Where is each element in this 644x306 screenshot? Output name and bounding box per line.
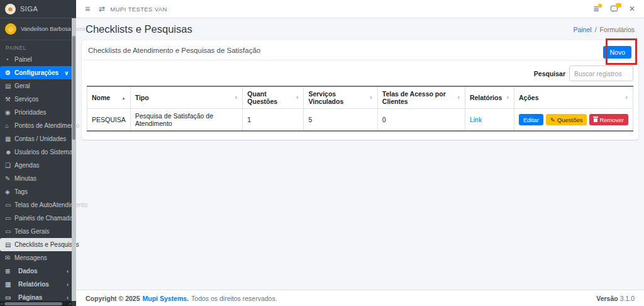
desktop-icon: ▭: [5, 201, 14, 208]
user-avatar: ☺: [5, 23, 16, 35]
cell-servicos-vinculados: 5: [304, 109, 377, 132]
column-header-servicos-vinculados[interactable]: Serviços Vinculados ▲▼: [304, 86, 377, 109]
edit-pencil-icon: ✎: [550, 116, 555, 123]
breadcrumb: Painel / Formulários: [573, 26, 635, 33]
card-body: Pesquisar Nome ▲ Tipo ▲▼: [82, 60, 638, 140]
list-icon: ▤: [5, 241, 14, 248]
scroll-right-arrow-icon[interactable]: ▸: [69, 302, 71, 305]
sidebar-item-configuracoes[interactable]: ⚙ Configurações ∨: [0, 66, 74, 79]
sidebar-item-relatorios[interactable]: ▥ Relatórios ‹: [0, 278, 74, 291]
footer: Copyright © 2025Mupi Systems.Todos os di…: [76, 290, 644, 306]
desktop-icon: ▭: [5, 215, 14, 222]
sidebar-item-contas-unidades[interactable]: ▦ Contas / Unidades: [0, 132, 74, 145]
info-circle-icon: ◉: [5, 109, 14, 116]
sort-icon: ▲▼: [621, 96, 628, 100]
column-header-tipo[interactable]: Tipo ▲▼: [130, 86, 243, 109]
content-header: Checklists e Pesquisas Painel / Formulár…: [76, 18, 644, 38]
breadcrumb-separator: /: [595, 26, 597, 33]
sidebar-section-label: PAINEL: [0, 40, 76, 53]
company-link[interactable]: Mupi Systems.: [143, 295, 189, 302]
sidebar-item-mensagens[interactable]: ✉ Mensagens: [0, 251, 74, 264]
sidebar-item-usuarios-do-sistema[interactable]: ☻ Usuários do Sistema: [0, 145, 74, 159]
page-title: Checklists e Pesquisas: [86, 23, 192, 35]
app-root: ☻ SIGA ☺ Vandeilson Barbosa ouza PAINEL …: [0, 0, 644, 306]
breadcrumb-link-painel[interactable]: Painel: [573, 26, 591, 33]
tachometer-icon: ◔: [5, 56, 14, 63]
sidebar-item-checklists-e-pesquisas[interactable]: ▤ Checklists e Pesquisas: [0, 238, 74, 251]
sidebar-item-agendas[interactable]: ❏ Agendas: [0, 159, 74, 172]
trash-icon: [594, 118, 597, 122]
editar-button[interactable]: Editar: [519, 114, 543, 125]
envelope-icon: ✉: [5, 254, 14, 261]
sidebar-item-servicos[interactable]: ⚒ Serviços: [0, 93, 74, 106]
search-input[interactable]: [569, 65, 633, 81]
version-text: Versão 3.1.0: [596, 295, 635, 302]
sidebar-item-prioridades[interactable]: ◉ Prioridades: [0, 106, 74, 119]
sidebar-item-painel[interactable]: ◔ Painel: [0, 53, 74, 66]
navbar-right-group: ≣ ✕: [593, 5, 635, 13]
comments-badge: [616, 3, 621, 8]
footer-copyright: Copyright © 2025Mupi Systems.Todos os di…: [86, 295, 277, 302]
chevron-left-icon: ‹: [67, 268, 69, 275]
edit-icon: ✎: [5, 175, 14, 182]
sidebar-item-dados[interactable]: ≣ Dados ‹: [0, 264, 74, 278]
print-icon: ▤: [5, 82, 14, 89]
scroll-left-arrow-icon[interactable]: ◂: [1, 302, 3, 305]
breadcrumb-current: Formulários: [600, 26, 635, 33]
relatorio-link[interactable]: Link: [470, 116, 482, 123]
remover-button[interactable]: Remover: [589, 114, 628, 125]
novo-button[interactable]: Novo: [603, 46, 631, 59]
sort-icon: ▲▼: [292, 96, 299, 100]
sidebar-vertical-scrollbar-thumb[interactable]: [72, 36, 75, 140]
cell-nome: PESQUISA: [87, 109, 131, 132]
column-header-relatorios[interactable]: Relatórios ▲▼: [465, 86, 514, 109]
hamburger-menu-icon[interactable]: ≡: [85, 4, 90, 13]
brand[interactable]: ☻ SIGA: [0, 0, 76, 18]
sort-icon: ▲▼: [231, 96, 238, 100]
column-header-acoes[interactable]: Ações ▲▼: [514, 86, 633, 109]
tag-icon: ◈: [5, 188, 14, 195]
sidebar-item-minutas[interactable]: ✎ Minutas: [0, 172, 74, 185]
column-header-quant-questoes[interactable]: Quant Questões ▲▼: [243, 86, 304, 109]
sidebar-horizontal-scrollbar-thumb[interactable]: [4, 302, 62, 305]
tasks-icon[interactable]: ≣: [593, 5, 599, 13]
switch-account-icon[interactable]: ⇄: [99, 5, 105, 13]
table-header-row: Nome ▲ Tipo ▲▼ Quant Questões ▲▼: [87, 86, 633, 109]
sidebar-item-paineis-de-chamada[interactable]: ▭ Painéis de Chamada: [0, 212, 74, 225]
questoes-button[interactable]: ✎ Questões: [546, 114, 587, 125]
expand-icon[interactable]: ✕: [629, 5, 635, 13]
sort-icon: ▲▼: [502, 96, 509, 100]
sidebar-nav: ◔ Painel ⚙ Configurações ∨ ▤ Geral ⚒ Ser…: [0, 53, 76, 304]
table-row: PESQUISA Pesquisa de Satisfação de Atend…: [87, 109, 633, 132]
card-header: Checklists de Atendimento e Pesquisas de…: [82, 40, 638, 60]
app-title: SIGA: [20, 5, 38, 13]
chevron-left-icon: ‹: [67, 281, 69, 288]
sidebar-item-telas-de-autoatendimento[interactable]: ▭ Telas de AutoAtendimento: [0, 198, 74, 212]
desktop-icon: ▭: [5, 294, 14, 301]
tasks-badge: [598, 4, 602, 8]
sitemap-icon: ▦: [5, 135, 14, 142]
sidebar-item-telas-gerais[interactable]: ▭ Telas Gerais: [0, 225, 74, 238]
chevron-left-icon: ‹: [67, 295, 69, 301]
sidebar-item-pontos-de-atendimento[interactable]: ⌂ Pontos de Atendimento: [0, 119, 74, 132]
comments-icon[interactable]: [611, 5, 618, 13]
sidebar-item-geral[interactable]: ▤ Geral: [0, 79, 74, 93]
database-icon: ≣: [5, 268, 14, 275]
card-title: Checklists de Atendimento e Pesquisas de…: [88, 47, 260, 54]
checklists-card: Checklists de Atendimento e Pesquisas de…: [82, 40, 638, 140]
row-actions: Editar ✎ Questões Remover: [519, 114, 628, 125]
desktop-icon: ▭: [5, 228, 14, 235]
search-row: Pesquisar: [87, 65, 633, 81]
sort-icon: ▲: [118, 96, 125, 99]
user-panel[interactable]: ☺ Vandeilson Barbosa ouza: [0, 18, 76, 40]
sort-icon: ▲▼: [453, 96, 460, 100]
column-header-nome[interactable]: Nome ▲: [87, 86, 131, 109]
sidebar-item-tags[interactable]: ◈ Tags: [0, 185, 74, 198]
gears-icon: ⚙: [5, 69, 14, 76]
column-header-telas-de-acesso[interactable]: Telas de Acesso por Clientes ▲▼: [377, 86, 465, 109]
account-name: MUPI TESTES VAN: [110, 6, 167, 13]
sidebar-vertical-scrollbar[interactable]: [72, 18, 76, 301]
wrench-icon: ⚒: [5, 96, 14, 103]
sidebar-horizontal-scrollbar[interactable]: ◂ ▸: [0, 301, 72, 306]
brand-logo-icon: ☻: [5, 4, 16, 14]
